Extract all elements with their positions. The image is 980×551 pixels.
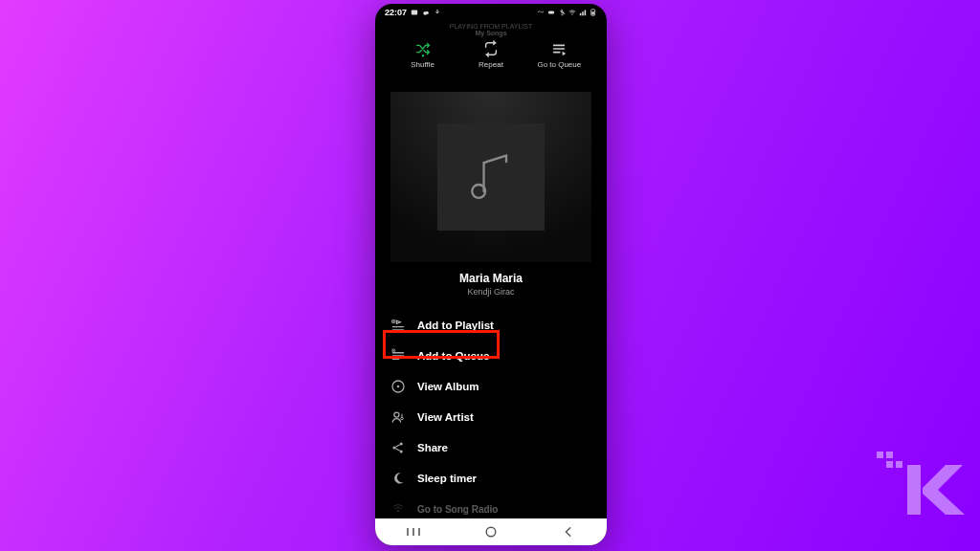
svg-point-7 [421, 55, 423, 56]
status-wifi-icon [568, 9, 576, 16]
svg-point-15 [392, 446, 395, 449]
svg-rect-21 [886, 452, 893, 458]
playback-actions-row: Shuffle Repeat Go to Queue [375, 36, 607, 75]
menu-add-to-playlist[interactable]: Add to Playlist [375, 310, 607, 341]
svg-point-16 [400, 442, 403, 445]
nav-home-button[interactable] [472, 524, 510, 540]
svg-rect-0 [412, 11, 417, 15]
nav-back-icon [563, 526, 574, 538]
track-artist: Kendji Girac [467, 287, 514, 297]
menu-label: Add to Queue [417, 350, 489, 362]
menu-label: View Album [417, 381, 479, 392]
queue-icon [550, 40, 568, 57]
nav-home-icon [484, 525, 498, 539]
sheet-header-subtitle: PLAYING FROM PLAYLIST [375, 23, 607, 30]
artist-icon [390, 409, 406, 425]
repeat-button[interactable]: Repeat [463, 40, 519, 69]
moon-icon [390, 471, 406, 486]
sheet-header-title: My Songs [375, 30, 607, 36]
queue-label: Go to Queue [537, 60, 581, 69]
nav-recent-icon [404, 526, 423, 538]
status-battery-icon [590, 9, 597, 16]
status-signal-icon [579, 9, 587, 16]
track-title: Maria Maria [459, 272, 523, 285]
menu-share[interactable]: Share [375, 432, 607, 463]
shuffle-button[interactable]: Shuffle [395, 40, 451, 69]
android-navbar [375, 518, 607, 545]
status-bar: 22:07 [375, 4, 607, 19]
status-card-icon [411, 9, 418, 16]
album-area: Maria Maria Kendji Girac [375, 75, 607, 297]
watermark-k [877, 452, 965, 532]
svg-point-14 [401, 417, 404, 420]
radio-icon [390, 501, 406, 517]
svg-rect-22 [886, 461, 893, 468]
album-icon [390, 379, 406, 394]
status-cloud-icon [422, 9, 430, 16]
svg-rect-3 [548, 11, 554, 13]
share-icon [390, 440, 406, 455]
context-menu: Add to Playlist Add to Queue View Album … [375, 310, 607, 524]
status-time: 22:07 [385, 8, 407, 17]
status-game-icon [547, 9, 555, 16]
shuffle-icon [414, 40, 432, 57]
menu-view-album[interactable]: View Album [375, 371, 607, 402]
music-note-icon [460, 146, 522, 208]
nav-back-button[interactable] [549, 524, 588, 540]
nav-recent-button[interactable] [394, 524, 433, 540]
phone-frame: 22:07 PLAYING FROM PLAYLIST My Songs [375, 4, 607, 545]
svg-point-12 [397, 386, 400, 388]
svg-point-18 [397, 510, 399, 512]
svg-point-4 [571, 13, 572, 14]
menu-view-artist[interactable]: View Artist [375, 402, 607, 432]
menu-label: View Artist [417, 411, 474, 423]
menu-label: Sleep timer [417, 473, 477, 484]
svg-point-17 [400, 450, 403, 452]
album-background [390, 92, 591, 262]
menu-label: Go to Song Radio [417, 504, 498, 515]
svg-rect-20 [877, 452, 883, 458]
sheet-header: PLAYING FROM PLAYLIST My Songs [375, 19, 607, 36]
svg-point-2 [426, 11, 429, 14]
album-cover [437, 123, 545, 231]
svg-rect-6 [591, 11, 593, 14]
menu-add-to-queue[interactable]: Add to Queue [375, 341, 607, 371]
svg-point-13 [394, 412, 399, 417]
menu-label: Share [417, 442, 448, 453]
goto-queue-button[interactable]: Go to Queue [531, 40, 587, 69]
repeat-label: Repeat [479, 60, 503, 69]
menu-sleep-timer[interactable]: Sleep timer [375, 463, 607, 494]
repeat-icon [482, 40, 500, 57]
status-infinity-icon [537, 9, 545, 16]
queue-add-icon [390, 348, 406, 364]
status-bluetooth-icon [558, 9, 566, 16]
svg-point-19 [486, 527, 496, 537]
svg-rect-23 [896, 461, 902, 468]
shuffle-label: Shuffle [411, 60, 434, 69]
status-download-icon [434, 9, 441, 16]
menu-label: Add to Playlist [417, 320, 494, 331]
playlist-add-icon [390, 318, 406, 333]
